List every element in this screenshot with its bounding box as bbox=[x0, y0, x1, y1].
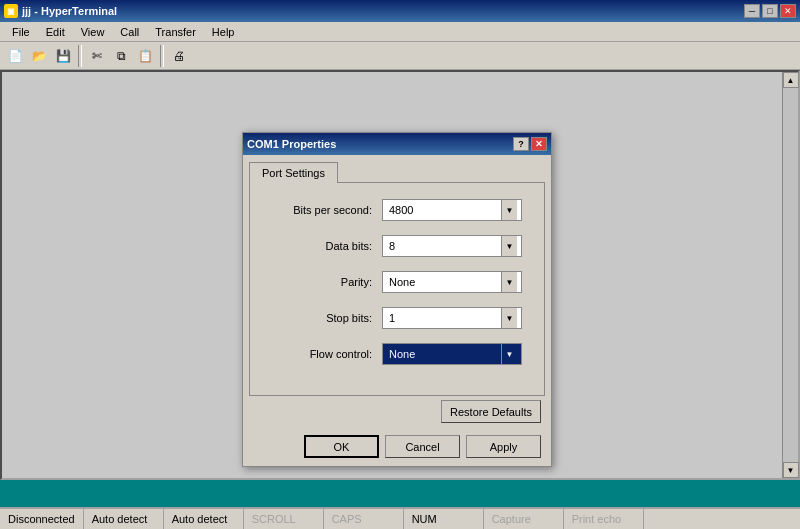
data-bits-arrow[interactable]: ▼ bbox=[501, 236, 517, 256]
status-capture: Capture bbox=[484, 509, 564, 529]
menu-edit[interactable]: Edit bbox=[38, 24, 73, 40]
status-print-echo: Print echo bbox=[564, 509, 644, 529]
tab-port-settings[interactable]: Port Settings bbox=[249, 162, 338, 183]
status-auto-detect-2: Auto detect bbox=[164, 509, 244, 529]
flow-control-arrow[interactable]: ▼ bbox=[501, 344, 517, 364]
stop-bits-value: 1 bbox=[387, 312, 501, 324]
menu-help[interactable]: Help bbox=[204, 24, 243, 40]
restore-defaults-area: Restore Defaults bbox=[243, 396, 551, 427]
flow-control-row: Flow control: None ▼ bbox=[262, 343, 532, 365]
dialog-close-button[interactable]: ✕ bbox=[531, 137, 547, 151]
menu-call[interactable]: Call bbox=[112, 24, 147, 40]
bits-per-second-value: 4800 bbox=[387, 204, 501, 216]
menu-view[interactable]: View bbox=[73, 24, 113, 40]
scrollbar-vertical[interactable]: ▲ ▼ bbox=[782, 72, 798, 478]
parity-arrow[interactable]: ▼ bbox=[501, 272, 517, 292]
maximize-button[interactable]: □ bbox=[762, 4, 778, 18]
parity-select[interactable]: None ▼ bbox=[382, 271, 522, 293]
bits-per-second-arrow[interactable]: ▼ bbox=[501, 200, 517, 220]
flow-control-label: Flow control: bbox=[262, 348, 382, 360]
scroll-down-button[interactable]: ▼ bbox=[783, 462, 799, 478]
scroll-track bbox=[783, 88, 798, 462]
dialog-help-button[interactable]: ? bbox=[513, 137, 529, 151]
window-title: jjj - HyperTerminal bbox=[22, 5, 117, 17]
parity-label: Parity: bbox=[262, 276, 382, 288]
toolbar-new[interactable]: 📄 bbox=[4, 45, 26, 67]
title-bar-left: ▣ jjj - HyperTerminal bbox=[4, 4, 117, 18]
dialog-title: COM1 Properties bbox=[247, 138, 336, 150]
toolbar-print[interactable]: 🖨 bbox=[168, 45, 190, 67]
toolbar: 📄 📂 💾 ✄ ⧉ 📋 🖨 bbox=[0, 42, 800, 70]
status-scroll: SCROLL bbox=[244, 509, 324, 529]
toolbar-separator-2 bbox=[160, 45, 164, 67]
menu-bar: File Edit View Call Transfer Help bbox=[0, 22, 800, 42]
app-icon: ▣ bbox=[4, 4, 18, 18]
parity-value: None bbox=[387, 276, 501, 288]
toolbar-save[interactable]: 💾 bbox=[52, 45, 74, 67]
parity-row: Parity: None ▼ bbox=[262, 271, 532, 293]
toolbar-paste[interactable]: 📋 bbox=[134, 45, 156, 67]
flow-control-select[interactable]: None ▼ bbox=[382, 343, 522, 365]
bits-per-second-select[interactable]: 4800 ▼ bbox=[382, 199, 522, 221]
minimize-button[interactable]: ─ bbox=[744, 4, 760, 18]
toolbar-cut[interactable]: ✄ bbox=[86, 45, 108, 67]
stop-bits-select[interactable]: 1 ▼ bbox=[382, 307, 522, 329]
data-bits-row: Data bits: 8 ▼ bbox=[262, 235, 532, 257]
dialog-title-bar: COM1 Properties ? ✕ bbox=[243, 133, 551, 155]
status-bar: Disconnected Auto detect Auto detect SCR… bbox=[0, 507, 800, 529]
ok-button[interactable]: OK bbox=[304, 435, 379, 458]
data-bits-label: Data bits: bbox=[262, 240, 382, 252]
tab-content: Bits per second: 4800 ▼ Data bits: 8 ▼ P… bbox=[249, 182, 545, 396]
bits-per-second-row: Bits per second: 4800 ▼ bbox=[262, 199, 532, 221]
scroll-up-button[interactable]: ▲ bbox=[783, 72, 799, 88]
dialog-buttons: OK Cancel Apply bbox=[243, 427, 551, 466]
menu-file[interactable]: File bbox=[4, 24, 38, 40]
data-bits-select[interactable]: 8 ▼ bbox=[382, 235, 522, 257]
restore-defaults-button[interactable]: Restore Defaults bbox=[441, 400, 541, 423]
close-button[interactable]: ✕ bbox=[780, 4, 796, 18]
menu-transfer[interactable]: Transfer bbox=[147, 24, 204, 40]
toolbar-open[interactable]: 📂 bbox=[28, 45, 50, 67]
status-num: NUM bbox=[404, 509, 484, 529]
stop-bits-label: Stop bits: bbox=[262, 312, 382, 324]
flow-control-value: None bbox=[387, 348, 501, 360]
title-bar: ▣ jjj - HyperTerminal ─ □ ✕ bbox=[0, 0, 800, 22]
status-disconnected: Disconnected bbox=[0, 509, 84, 529]
status-auto-detect-1: Auto detect bbox=[84, 509, 164, 529]
dialog-title-controls: ? ✕ bbox=[513, 137, 547, 151]
dialog-com1-properties: COM1 Properties ? ✕ Port Settings Bits p… bbox=[242, 132, 552, 467]
toolbar-copy[interactable]: ⧉ bbox=[110, 45, 132, 67]
apply-button[interactable]: Apply bbox=[466, 435, 541, 458]
title-bar-controls: ─ □ ✕ bbox=[744, 4, 796, 18]
bits-per-second-label: Bits per second: bbox=[262, 204, 382, 216]
data-bits-value: 8 bbox=[387, 240, 501, 252]
main-area: ▲ ▼ COM1 Properties ? ✕ Port Settings Bi… bbox=[0, 70, 800, 480]
status-caps: CAPS bbox=[324, 509, 404, 529]
cancel-button[interactable]: Cancel bbox=[385, 435, 460, 458]
tab-area: Port Settings bbox=[243, 155, 551, 182]
stop-bits-arrow[interactable]: ▼ bbox=[501, 308, 517, 328]
stop-bits-row: Stop bits: 1 ▼ bbox=[262, 307, 532, 329]
toolbar-separator-1 bbox=[78, 45, 82, 67]
